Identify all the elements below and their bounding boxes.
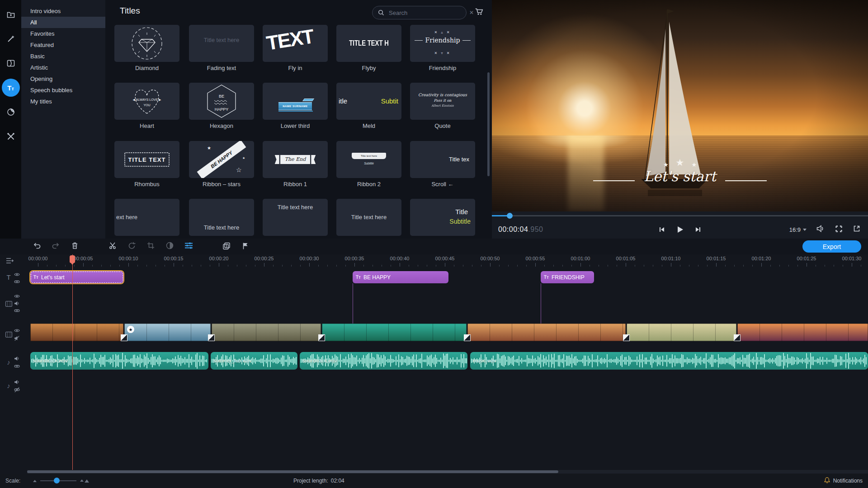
- title-tile-ext-here[interactable]: ext here: [114, 199, 179, 236]
- redo-button[interactable]: [49, 240, 62, 253]
- overlap-clips-button[interactable]: [220, 240, 233, 253]
- seek-bar[interactable]: [492, 215, 868, 216]
- title-tile-friendship[interactable]: ✕ ▵ ✕Friendship✕ ▿ ✕Friendship: [410, 25, 475, 72]
- transport-controls: [492, 224, 868, 235]
- title-tile-title-text-here[interactable]: Title text here: [189, 199, 254, 236]
- eye-icon[interactable]: [14, 272, 20, 277]
- clip-properties-button[interactable]: [182, 240, 195, 253]
- undo-button[interactable]: [30, 240, 43, 253]
- title-tile-title[interactable]: TitleSubtitle: [410, 199, 475, 236]
- export-button[interactable]: Export: [802, 240, 861, 253]
- color-adjust-button[interactable]: [163, 240, 176, 253]
- sidebar-item-basic[interactable]: Basic: [21, 51, 105, 62]
- previous-frame-button[interactable]: [656, 224, 668, 235]
- import-media-button[interactable]: [2, 5, 20, 23]
- audio-clip-soundtrack-wav[interactable]: soundtrack.wav: [300, 352, 467, 370]
- transition-marker[interactable]: [121, 334, 127, 341]
- sidebar-item-speech-bubbles[interactable]: Speech bubbles: [21, 84, 105, 96]
- sidebar-item-featured[interactable]: Featured: [21, 39, 105, 51]
- title-tile-fading-text[interactable]: Title text hereFading text: [189, 25, 254, 72]
- transition-marker[interactable]: [208, 334, 215, 341]
- audio-clip-soundtrack-wav[interactable]: soundtrack.wav: [30, 352, 208, 370]
- filters-button[interactable]: [2, 30, 20, 48]
- sidebar-item-my-titles[interactable]: My titles: [21, 96, 105, 107]
- transition-marker[interactable]: [734, 334, 741, 341]
- title-tile-rhombus[interactable]: TITLE TEXTRhombus: [114, 141, 179, 188]
- stickers-button[interactable]: [2, 103, 20, 121]
- panel-scrollbar[interactable]: [487, 72, 490, 176]
- favorite-star-badge[interactable]: ★: [127, 326, 134, 333]
- audio-clip-summer-fun-wav[interactable]: summer_fun.wav: [211, 352, 297, 370]
- play-button[interactable]: [674, 224, 686, 235]
- title-tile-title-text-here[interactable]: Title text here: [336, 199, 401, 236]
- rotate-button[interactable]: [125, 240, 138, 253]
- title-tile-hexagon[interactable]: BEHAPPYHexagon: [189, 83, 254, 130]
- sidebar-item-opening[interactable]: Opening: [21, 73, 105, 84]
- link-icon[interactable]: [14, 279, 20, 285]
- more-tools-button[interactable]: [2, 127, 20, 145]
- transition-marker[interactable]: [464, 334, 471, 341]
- title-tile-quote[interactable]: Creativity is contagiousPass it onAlbert…: [410, 83, 475, 130]
- link-icon[interactable]: [14, 308, 20, 314]
- speaker-icon[interactable]: [14, 300, 20, 306]
- playhead-handle[interactable]: [70, 255, 75, 263]
- transitions-button[interactable]: [2, 54, 20, 72]
- title-tile-heart[interactable]: ◀ ALWAYS LOVE ▶YOUHeart: [114, 83, 179, 130]
- speaker-icon[interactable]: [14, 356, 20, 361]
- title-tile-fly-in[interactable]: TEXTFly in: [263, 25, 328, 72]
- audio-clip-music-wav[interactable]: music.wav: [470, 352, 868, 370]
- video-clip-4[interactable]: [322, 324, 467, 341]
- title-tile-ribbon-1[interactable]: The EndRibbon 1: [263, 141, 328, 188]
- timeline-ruler[interactable]: 00:00:0000:00:0500:00:1000:00:1500:00:20…: [0, 254, 868, 267]
- sidebar-item-intro-videos[interactable]: Intro videos: [21, 5, 105, 17]
- titles-button[interactable]: Tт: [2, 79, 20, 97]
- seek-handle[interactable]: [507, 213, 513, 219]
- title-tile-ribbon-stars[interactable]: BE HAPPY★★☆Ribbon – stars: [189, 141, 254, 188]
- hscrollbar-thumb[interactable]: [27, 470, 558, 473]
- title-tile-ribbon-2[interactable]: Title text hereSubtitleRibbon 2: [336, 141, 401, 188]
- title-clip-be-happy[interactable]: TтBE HAPPY: [353, 271, 448, 283]
- speaker-icon[interactable]: [14, 379, 20, 385]
- delete-button[interactable]: [68, 240, 81, 253]
- ruler-tick: [336, 265, 337, 267]
- next-frame-button[interactable]: [692, 224, 704, 235]
- link-icon[interactable]: [14, 363, 20, 369]
- split-button[interactable]: [106, 240, 119, 253]
- video-clip-1[interactable]: [30, 324, 123, 341]
- notifications-button[interactable]: Notifications: [824, 477, 863, 485]
- video-preview[interactable]: ★★★ Let's start: [492, 0, 868, 211]
- zoom-in-icon[interactable]: [80, 479, 89, 483]
- title-tile-diamond[interactable]: Diamond: [114, 25, 179, 72]
- eye-icon[interactable]: [14, 293, 20, 299]
- title-tile-lower-third[interactable]: NAME SURNAMELower third: [263, 83, 328, 130]
- video-clip-6[interactable]: [627, 324, 736, 341]
- scale-slider-handle[interactable]: [54, 478, 60, 483]
- sidebar-item-favorites[interactable]: Favorites: [21, 28, 105, 39]
- crop-button[interactable]: [144, 240, 157, 253]
- search-box[interactable]: ✕: [372, 6, 467, 19]
- transition-marker[interactable]: [318, 334, 325, 341]
- title-tile-meld[interactable]: itleSubtitMeld: [336, 83, 401, 130]
- title-tile-title-text-here[interactable]: Title text here: [263, 199, 328, 236]
- marker-button[interactable]: [239, 240, 252, 253]
- video-clip-2[interactable]: [124, 324, 211, 341]
- video-clip-3[interactable]: [212, 324, 321, 341]
- speaker-muted-icon[interactable]: [14, 335, 20, 341]
- store-cart-button[interactable]: [472, 6, 485, 18]
- search-input[interactable]: [388, 9, 469, 17]
- title-tile-scroll[interactable]: Title texScroll ←: [410, 141, 475, 188]
- title-clip-friendship[interactable]: TтFRIENDSHIP: [541, 271, 594, 283]
- video-clip-7[interactable]: [737, 324, 868, 341]
- title-track-icon: T: [4, 272, 14, 282]
- title-tile-flyby[interactable]: TITLE TEXT HFlyby: [336, 25, 401, 72]
- title-clip-let-s-start[interactable]: TтLet's start: [30, 271, 123, 283]
- video-clip-5[interactable]: [467, 324, 626, 341]
- scale-slider[interactable]: [40, 480, 76, 481]
- transition-marker[interactable]: [623, 334, 630, 341]
- link-muted-icon[interactable]: [14, 387, 20, 393]
- sidebar-item-all[interactable]: All: [21, 17, 105, 28]
- sidebar-item-artistic[interactable]: Artistic: [21, 62, 105, 73]
- eye-icon[interactable]: [14, 328, 20, 333]
- zoom-out-icon[interactable]: [33, 480, 37, 482]
- ruler-tick: [38, 263, 38, 267]
